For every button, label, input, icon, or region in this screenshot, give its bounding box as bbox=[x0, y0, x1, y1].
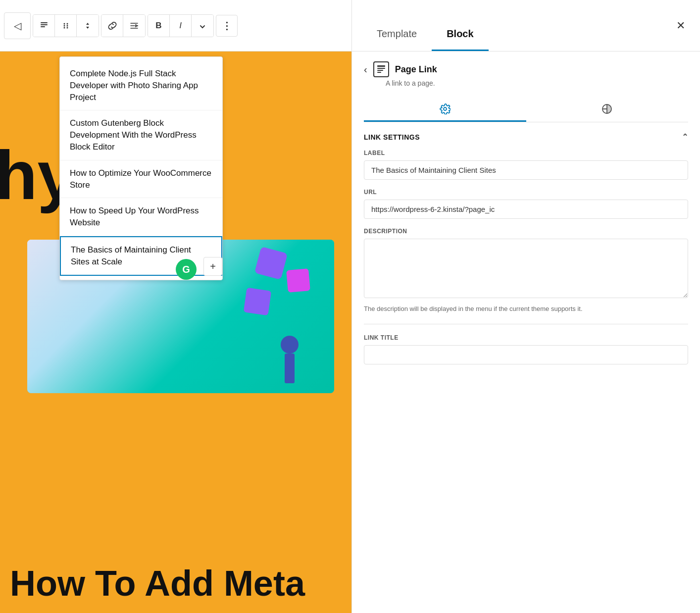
list-item-selected[interactable]: The Basics of Maintaining Client Sites a… bbox=[60, 236, 222, 276]
tabs: Template Block bbox=[362, 0, 489, 51]
block-header: ‹ Page Link bbox=[364, 61, 688, 77]
italic-button[interactable]: I bbox=[170, 15, 192, 37]
tab-block[interactable]: Block bbox=[432, 0, 488, 51]
svg-point-3 bbox=[63, 23, 65, 24]
options-button[interactable]: ⋮ bbox=[216, 15, 238, 37]
content-area: hy. Complete Node.js Full Stack Develope… bbox=[0, 51, 351, 613]
svg-rect-9 bbox=[377, 65, 385, 67]
right-panel: Template Block ✕ ‹ Page Link A link to a… bbox=[351, 0, 700, 613]
drag-icon[interactable] bbox=[55, 15, 77, 37]
label-input[interactable] bbox=[364, 160, 688, 180]
toolbar-group-format bbox=[101, 14, 146, 37]
tab-bar: Template Block ✕ bbox=[352, 0, 700, 51]
description-textarea[interactable] bbox=[364, 239, 688, 298]
list-item[interactable]: How to Optimize Your WooCommerce Store bbox=[60, 160, 222, 199]
url-input[interactable] bbox=[364, 200, 688, 219]
add-button[interactable]: + bbox=[203, 257, 222, 276]
bold-button[interactable]: B bbox=[148, 15, 170, 37]
section-header[interactable]: Link settings ⌃ bbox=[364, 132, 688, 142]
svg-rect-1 bbox=[41, 24, 48, 25]
svg-rect-2 bbox=[41, 26, 45, 27]
toolbar-group-text: B I bbox=[148, 14, 214, 37]
link-title-field-label: LINK TITLE bbox=[364, 334, 688, 341]
tab-template[interactable]: Template bbox=[362, 0, 432, 51]
block-subtitle: A link to a page. bbox=[386, 79, 688, 87]
svg-point-7 bbox=[63, 27, 65, 28]
link-title-field-group: LINK TITLE bbox=[364, 334, 688, 364]
svg-point-8 bbox=[66, 27, 68, 28]
section-title: Link settings bbox=[364, 133, 420, 141]
move-icon[interactable] bbox=[77, 15, 99, 37]
link-settings-section: Link settings ⌃ LABEL URL DESCRIPTION Th… bbox=[364, 132, 688, 364]
url-field-label: URL bbox=[364, 189, 688, 196]
block-back-button[interactable]: ‹ bbox=[364, 64, 367, 75]
block-title: Page Link bbox=[395, 64, 437, 75]
label-field-label: LABEL bbox=[364, 150, 688, 156]
panel-content: ‹ Page Link A link to a page. bbox=[352, 51, 700, 613]
sub-tab-settings[interactable] bbox=[364, 97, 526, 122]
editor-toolbar: ◁ B I ⋮ bbox=[0, 0, 351, 51]
list-item[interactable]: How to Speed Up Your WordPress Website bbox=[60, 198, 222, 236]
svg-rect-12 bbox=[377, 72, 381, 73]
toolbar-group-main bbox=[33, 14, 99, 37]
description-hint: The description will be displayed in the… bbox=[364, 304, 688, 314]
close-button[interactable]: ✕ bbox=[671, 16, 690, 35]
indent-icon[interactable] bbox=[123, 15, 145, 37]
list-item[interactable]: Custom Gutenberg Block Development With … bbox=[60, 110, 222, 160]
svg-rect-0 bbox=[41, 22, 48, 23]
bottom-text-area: How To Add Meta bbox=[0, 549, 351, 613]
svg-point-4 bbox=[66, 23, 68, 24]
svg-rect-11 bbox=[377, 70, 383, 71]
page-heading: How To Add Meta bbox=[10, 564, 342, 603]
menu-list: Complete Node.js Full Stack Developer wi… bbox=[59, 56, 223, 280]
label-field-group: LABEL bbox=[364, 150, 688, 180]
sub-tab-style[interactable] bbox=[526, 97, 689, 122]
sub-tabs bbox=[364, 97, 688, 122]
svg-rect-10 bbox=[377, 68, 385, 69]
left-panel: ◁ B I ⋮ bbox=[0, 0, 351, 613]
list-item[interactable]: Complete Node.js Full Stack Developer wi… bbox=[60, 61, 222, 110]
block-icon bbox=[373, 61, 389, 77]
paragraph-icon[interactable] bbox=[33, 15, 55, 37]
link-title-input[interactable] bbox=[364, 345, 688, 364]
divider bbox=[364, 324, 688, 324]
url-field-group: URL bbox=[364, 189, 688, 219]
link-icon[interactable] bbox=[101, 15, 123, 37]
description-field-label: DESCRIPTION bbox=[364, 228, 688, 235]
more-text-button[interactable] bbox=[192, 15, 213, 37]
svg-point-6 bbox=[66, 25, 68, 26]
description-field-group: DESCRIPTION The description will be disp… bbox=[364, 228, 688, 314]
chevron-up-icon: ⌃ bbox=[682, 132, 689, 142]
grammarly-icon: G bbox=[176, 259, 197, 280]
svg-point-5 bbox=[63, 25, 65, 26]
back-button[interactable]: ◁ bbox=[4, 12, 31, 39]
